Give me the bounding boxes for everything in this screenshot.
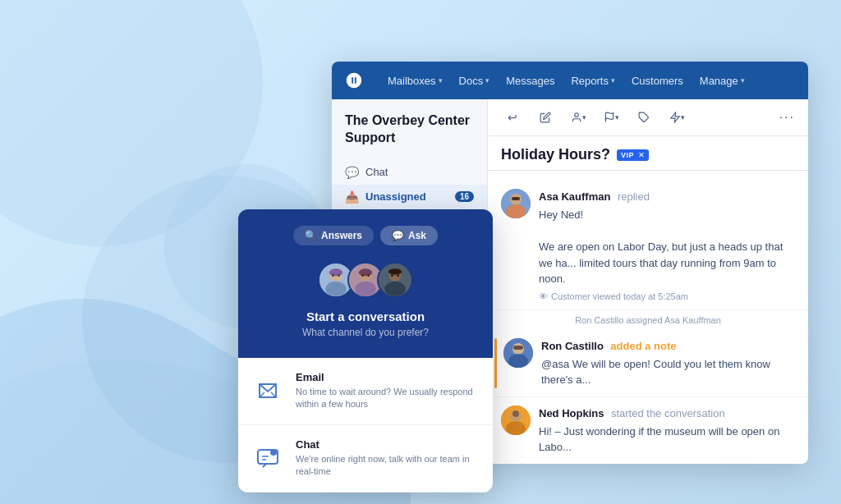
navbar: Mailboxes ▾ Docs ▾ Messages Reports ▾ Cu… — [332, 62, 808, 99]
note-indicator — [494, 338, 497, 388]
widget-option-email[interactable]: Email No time to wait around? We usually… — [238, 358, 493, 425]
messages-list: Asa Kauffman replied Hey Ned!We are open… — [488, 171, 808, 464]
vip-badge: VIP ✕ — [617, 149, 649, 161]
action-ned: started the conversation — [611, 407, 725, 419]
message-header-ned: Ned Hopkins started the conversation Hi!… — [501, 405, 795, 456]
text-asa: Hey Ned!We are open on Labor Day, but ju… — [539, 207, 795, 287]
system-note-text: Ron Castillo assigned Asa Kauffman — [575, 315, 721, 325]
svg-point-21 — [338, 274, 340, 277]
sidebar-item-unassigned[interactable]: 📥 Unassigned 16 — [332, 185, 487, 209]
svg-point-0 — [574, 113, 578, 117]
widget-cta-subtitle: What channel do you prefer? — [251, 327, 480, 338]
mailboxes-chevron-icon: ▾ — [439, 76, 443, 85]
title-text: Holiday Hours? — [501, 146, 610, 163]
svg-text:✦: ✦ — [273, 451, 277, 456]
docs-chevron-icon: ▾ — [485, 76, 489, 85]
widget-option-chat-content: Chat We're online right now, talk with o… — [296, 438, 480, 479]
flag-button[interactable]: ▾ — [600, 106, 623, 129]
svg-point-31 — [388, 268, 402, 274]
nav-messages[interactable]: Messages — [498, 62, 563, 99]
widget-avatars — [251, 262, 480, 298]
ron-avatar-image — [503, 338, 533, 368]
system-note-assign: Ron Castillo assigned Asa Kauffman — [488, 310, 808, 330]
workflow-button[interactable]: ▾ — [665, 106, 688, 129]
message-header-asa: Asa Kauffman replied Hey Ned!We are open… — [501, 189, 795, 301]
answers-label: Answers — [321, 230, 362, 241]
widget-top: 🔍 Answers 💬 Ask — [238, 209, 493, 358]
user-icon — [571, 112, 582, 123]
svg-rect-11 — [513, 346, 523, 350]
widget-tab-answers[interactable]: 🔍 Answers — [293, 226, 374, 245]
agent3-avatar — [379, 262, 411, 298]
ask-label: Ask — [408, 230, 426, 241]
text-ned: Hi! – Just wondering if the museum will … — [539, 424, 795, 456]
nav-customers[interactable]: Customers — [623, 62, 692, 99]
action-ron: added a note — [610, 340, 676, 352]
message-content-ron: Ron Castillo added a note @asa We will b… — [541, 338, 795, 388]
sender-ned: Ned Hopkins — [539, 407, 604, 419]
svg-point-15 — [512, 410, 519, 417]
chat-icon-widget: ✦ — [251, 442, 284, 474]
app-logo[interactable] — [345, 71, 363, 89]
svg-point-32 — [391, 274, 393, 277]
sender-asa: Asa Kauffman — [539, 190, 610, 203]
avatar-ned — [501, 405, 531, 435]
nav-mailboxes[interactable]: Mailboxes ▾ — [379, 62, 451, 99]
undo-button[interactable]: ↩ — [501, 106, 524, 129]
svg-point-26 — [361, 274, 364, 277]
sender-ron: Ron Castillo — [541, 340, 604, 352]
svg-point-33 — [397, 274, 399, 277]
chat-bubble-icon: 💬 — [392, 230, 404, 241]
search-icon: 🔍 — [305, 230, 317, 241]
sidebar-item-unassigned-label: Unassigned — [365, 190, 426, 203]
nav-reports[interactable]: Reports ▾ — [563, 62, 623, 99]
assign-chevron-icon: ▾ — [582, 113, 586, 121]
tag-icon — [638, 112, 650, 123]
svg-point-19 — [329, 268, 342, 276]
svg-point-20 — [332, 274, 334, 277]
widget-avatar-3 — [377, 262, 413, 298]
vip-close-button[interactable]: ✕ — [638, 151, 645, 159]
sidebar-item-chat[interactable]: 💬 Chat — [332, 160, 487, 185]
email-option-title: Email — [296, 371, 480, 383]
edit-button[interactable] — [534, 106, 557, 129]
svg-point-27 — [367, 274, 370, 277]
eye-icon: 👁 — [539, 291, 548, 301]
nav-manage[interactable]: Manage ▾ — [692, 62, 753, 99]
widget-option-email-content: Email No time to wait around? We usually… — [296, 371, 480, 411]
assign-button[interactable]: ▾ — [567, 106, 590, 129]
chat-option-title: Chat — [296, 438, 480, 451]
widget-options: Email No time to wait around? We usually… — [238, 358, 493, 493]
sidebar-item-chat-label: Chat — [365, 166, 388, 178]
text-ron: @asa We will be open! Could you let them… — [541, 356, 795, 388]
flag-chevron-icon: ▾ — [615, 113, 619, 121]
ned-avatar-image — [501, 405, 531, 435]
lightning-icon — [669, 112, 681, 123]
email-option-desc: No time to wait around? We usually respo… — [296, 386, 480, 411]
more-options-button[interactable]: ··· — [779, 110, 795, 125]
sidebar-title: The Overbey Center Support — [332, 112, 487, 160]
widget-option-chat[interactable]: ✦ Chat We're online right now, talk with… — [238, 425, 493, 493]
flag-icon — [604, 112, 615, 123]
asa-avatar-image — [501, 189, 531, 218]
tag-button[interactable] — [632, 106, 655, 129]
svg-point-30 — [384, 282, 405, 296]
unassigned-badge: 16 — [455, 191, 474, 202]
widget-tab-ask[interactable]: 💬 Ask — [380, 226, 438, 245]
logo-icon — [345, 71, 363, 89]
nav-docs[interactable]: Docs ▾ — [451, 62, 499, 99]
widget-card: 🔍 Answers 💬 Ask — [238, 209, 493, 493]
message-ron: Ron Castillo added a note @asa We will b… — [488, 330, 808, 397]
chat-option-desc: We're online right now, talk with our te… — [296, 453, 480, 479]
toolbar: ↩ ▾ ▾ ▾ — [488, 99, 808, 136]
chat-icon: 💬 — [345, 166, 359, 179]
inbox-icon: 📥 — [345, 190, 359, 204]
conversation-area: ↩ ▾ ▾ ▾ — [488, 99, 808, 464]
reports-chevron-icon: ▾ — [611, 76, 615, 85]
message-ned: Ned Hopkins started the conversation Hi!… — [488, 397, 808, 465]
conversation-title: Holiday Hours? VIP ✕ — [501, 146, 795, 163]
avatar-ron — [503, 338, 533, 368]
pencil-icon — [540, 112, 551, 123]
conversation-header: Holiday Hours? VIP ✕ — [488, 136, 808, 171]
email-icon — [251, 374, 284, 407]
